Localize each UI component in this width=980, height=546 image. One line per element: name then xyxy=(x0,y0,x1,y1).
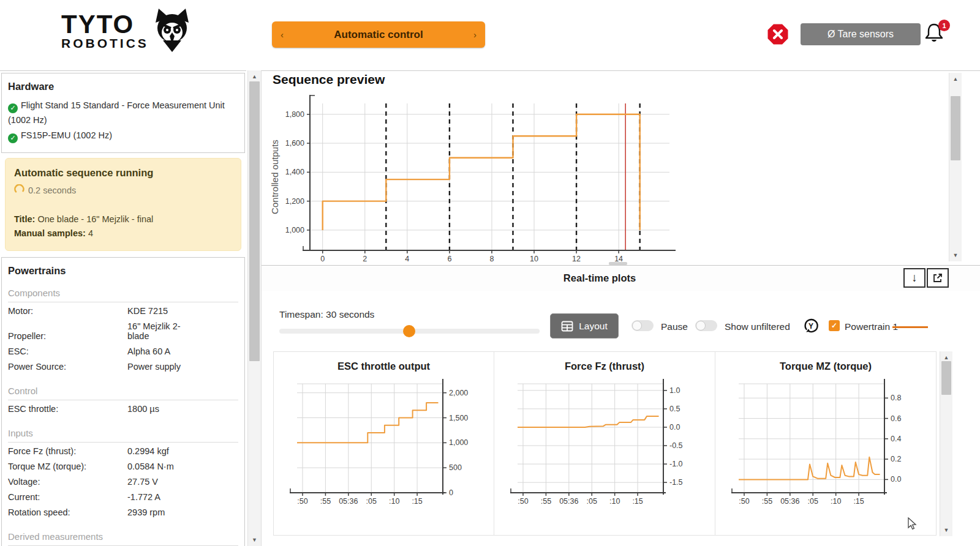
measurement-row: Motor:KDE 7215 xyxy=(8,304,238,319)
open-external-button[interactable] xyxy=(927,268,949,288)
chart-title: Torque MZ (torque) xyxy=(715,361,936,372)
measurement-value: 0.0584 N·m xyxy=(127,462,201,471)
svg-text:1,000: 1,000 xyxy=(285,226,304,234)
svg-text::50: :50 xyxy=(739,497,749,506)
svg-text:0: 0 xyxy=(320,255,325,263)
y-axis-cycle-icon[interactable]: Y xyxy=(802,316,820,337)
measurement-value: KDE 7215 xyxy=(127,306,201,316)
svg-text:05:36: 05:36 xyxy=(559,497,578,506)
realtime-controls: Timespan: 30 seconds Layout Pause Show u… xyxy=(262,291,980,351)
measurement-value: Power supply xyxy=(127,362,201,372)
logo: TYTO ROBOTICS xyxy=(61,7,192,55)
sequence-title-label: Title: xyxy=(14,214,35,224)
svg-text:2,000: 2,000 xyxy=(449,389,468,397)
next-mode-chevron[interactable]: › xyxy=(473,29,477,40)
sequence-status-panel: Automatic sequence running 0.2 seconds T… xyxy=(5,158,241,251)
logo-text: TYTO ROBOTICS xyxy=(61,12,149,50)
sidebar: Hardware ✓Flight Stand 15 Standard - For… xyxy=(0,70,246,546)
scroll-up-arrow[interactable]: ▲ xyxy=(940,353,952,362)
measurement-label: Force Fz (thrust): xyxy=(8,446,127,456)
hardware-item-label: FS15P-EMU (1002 Hz) xyxy=(21,130,112,140)
svg-text::55: :55 xyxy=(541,497,551,506)
svg-text:-0.5: -0.5 xyxy=(669,441,683,450)
measurement-value: 27.75 V xyxy=(127,477,201,487)
scrollbar-thumb[interactable] xyxy=(951,96,960,160)
notifications-bell[interactable]: 1 xyxy=(924,20,951,48)
emergency-stop-button[interactable] xyxy=(767,23,789,45)
svg-text:1,800: 1,800 xyxy=(285,110,304,119)
mode-selector-button[interactable]: ‹ Automatic control › xyxy=(272,21,485,48)
force-fz-chart: :50:5505:36:05:10:151.00.50.0-0.5-1.0-1.… xyxy=(497,378,712,532)
realtime-charts-row: ESC throttle output :50:5505:36:05:10:15… xyxy=(262,351,980,536)
chart-title: Force Fz (thrust) xyxy=(494,361,715,372)
powertrains-panel: Powertrains ComponentsMotor:KDE 7215Prop… xyxy=(1,257,245,546)
logo-line2: ROBOTICS xyxy=(61,37,149,50)
powertrain-checkbox[interactable]: ✓ xyxy=(829,320,840,331)
show-unfiltered-toggle[interactable] xyxy=(695,320,717,331)
measurement-label: ESC throttle: xyxy=(8,404,127,414)
measurement-label: Power Source: xyxy=(8,362,127,372)
download-button[interactable]: ↓ xyxy=(903,268,925,288)
scrollbar-thumb[interactable] xyxy=(249,81,260,361)
scroll-up-arrow[interactable]: ▲ xyxy=(248,72,261,81)
svg-text::10: :10 xyxy=(609,497,620,506)
torque-mz-panel: Torque MZ (torque) :50:5505:36:05:10:150… xyxy=(715,351,937,536)
measurement-value: 1800 µs xyxy=(127,404,201,414)
svg-text:0.8: 0.8 xyxy=(891,394,901,402)
slider-thumb[interactable] xyxy=(403,325,415,337)
svg-text:4: 4 xyxy=(405,255,409,263)
scroll-up-arrow[interactable]: ▲ xyxy=(949,75,962,83)
svg-text:-1.5: -1.5 xyxy=(669,478,683,487)
measurement-label: Current: xyxy=(8,492,127,502)
chart-title: ESC throttle output xyxy=(274,361,494,372)
pause-toggle[interactable] xyxy=(631,320,654,331)
app-window: TYTO ROBOTICS xyxy=(0,0,980,546)
measurement-row: Propeller:16" Mejzlik 2-blade xyxy=(8,319,238,344)
mode-selector-label: Automatic control xyxy=(334,29,423,41)
mouse-cursor xyxy=(908,517,918,533)
hardware-item: ✓FS15P-EMU (1002 Hz) xyxy=(8,129,238,143)
sequence-scrollbar[interactable]: ▲ ▼ xyxy=(949,73,962,261)
hardware-item: ✓Flight Stand 15 Standard - Force Measur… xyxy=(8,99,238,127)
hardware-title: Hardware xyxy=(8,81,238,92)
svg-text:1,600: 1,600 xyxy=(285,139,304,148)
timespan-slider[interactable] xyxy=(279,329,540,334)
logo-line1: TYTO xyxy=(61,12,149,37)
svg-text::05: :05 xyxy=(808,497,818,506)
manual-samples-value: 4 xyxy=(88,228,93,238)
check-icon: ✓ xyxy=(8,133,18,143)
svg-text::05: :05 xyxy=(366,497,377,506)
measurement-value: -1.772 A xyxy=(127,492,201,502)
plots-scrollbar[interactable]: ▲ ▼ xyxy=(940,351,952,536)
measurement-value: 16" Mejzlik 2-blade xyxy=(127,321,201,341)
sidebar-scrollbar[interactable]: ▲ ▼ xyxy=(247,70,261,546)
svg-text:05:36: 05:36 xyxy=(339,497,358,506)
realtime-plots-bar: Real-time plots ↓ xyxy=(262,265,980,291)
svg-text:1.0: 1.0 xyxy=(669,386,680,395)
realtime-plots-title: Real-time plots xyxy=(262,266,938,291)
esc-throttle-panel: ESC throttle output :50:5505:36:05:10:15… xyxy=(273,351,494,536)
tare-sensors-button[interactable]: Ø Tare sensors xyxy=(801,23,921,45)
svg-text:0.2: 0.2 xyxy=(891,455,901,463)
svg-text:500: 500 xyxy=(449,463,462,472)
timespan-label: Timespan: 30 seconds xyxy=(279,309,374,320)
svg-text::50: :50 xyxy=(518,497,528,506)
scroll-down-arrow[interactable]: ▼ xyxy=(949,251,962,260)
scroll-down-arrow[interactable]: ▼ xyxy=(940,526,952,534)
scrollbar-thumb[interactable] xyxy=(941,361,951,395)
sequence-elapsed: 0.2 seconds xyxy=(14,184,232,196)
hardware-panel: Hardware ✓Flight Stand 15 Standard - For… xyxy=(1,73,245,153)
svg-text:0: 0 xyxy=(449,488,453,497)
sequence-preview-chart: 024681012141,0001,2001,4001,6001,800Cont… xyxy=(264,89,687,266)
measurement-label: Voltage: xyxy=(8,477,127,487)
force-fz-panel: Force Fz (thrust) :50:5505:36:05:10:151.… xyxy=(494,351,715,536)
subsection-heading: Components xyxy=(8,288,238,302)
prev-mode-chevron[interactable]: ‹ xyxy=(281,29,284,40)
layout-button[interactable]: Layout xyxy=(550,313,619,338)
pause-label: Pause xyxy=(661,321,688,332)
svg-text:1,200: 1,200 xyxy=(285,197,304,206)
esc-throttle-chart: :50:5505:36:05:10:1505001,0001,5002,000 xyxy=(276,378,492,532)
scroll-down-arrow[interactable]: ▼ xyxy=(248,536,261,544)
svg-text:0.6: 0.6 xyxy=(891,414,901,423)
svg-text:2: 2 xyxy=(363,255,367,263)
